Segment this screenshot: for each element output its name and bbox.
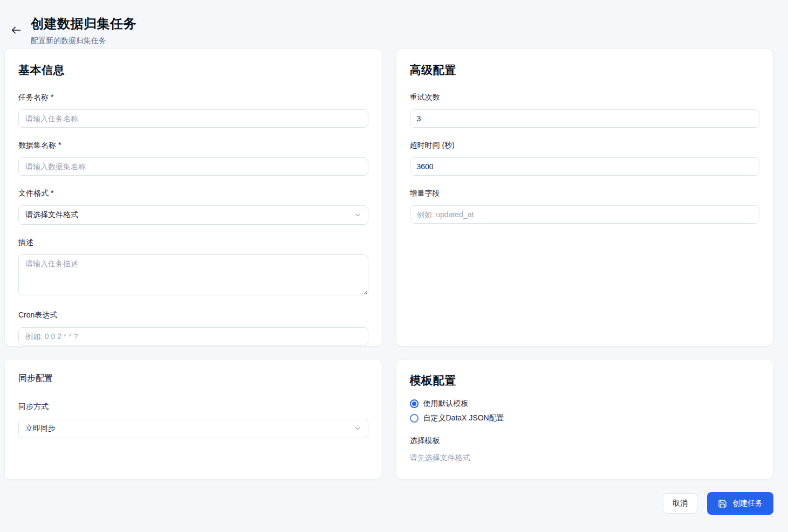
- template-select-hint: 请先选择文件格式: [410, 453, 760, 463]
- file-format-select-value: 请选择文件格式: [25, 210, 78, 220]
- sync-mode-label: 同步方式: [18, 402, 368, 412]
- sync-config-card: 同步配置 同步方式 立即同步: [4, 359, 382, 480]
- task-name-label: 任务名称 *: [18, 93, 368, 102]
- description-textarea[interactable]: [18, 254, 368, 295]
- retry-count-label: 重试次数: [410, 93, 760, 102]
- dataset-name-label: 数据集名称 *: [18, 141, 368, 150]
- template-config-card: 模板配置 使用默认模板 自定义DataX JSON配置 选择模板 请先选择文件格…: [396, 359, 774, 480]
- cron-field: Cron表达式: [18, 310, 368, 346]
- advanced-config-card: 高级配置 重试次数 超时时间 (秒) 增量字段: [396, 49, 774, 347]
- dataset-name-field: 数据集名称 *: [18, 141, 368, 176]
- back-button[interactable]: [9, 23, 24, 38]
- incremental-field: 增量字段: [410, 189, 760, 224]
- cancel-button[interactable]: 取消: [663, 493, 697, 514]
- radio-custom-datax-json-label: 自定义DataX JSON配置: [423, 413, 504, 423]
- page-title: 创建数据归集任务: [31, 15, 136, 32]
- description-label: 描述: [18, 238, 368, 247]
- page-subtitle: 配置新的数据归集任务: [31, 36, 136, 46]
- create-task-button-label: 创建任务: [732, 499, 763, 508]
- sync-mode-field: 同步方式 立即同步: [18, 402, 368, 438]
- retry-count-field: 重试次数: [410, 93, 760, 128]
- chevron-down-icon: [354, 211, 361, 219]
- retry-count-input[interactable]: [410, 109, 760, 128]
- description-field: 描述: [18, 238, 368, 298]
- task-name-input[interactable]: [18, 109, 368, 128]
- basic-info-heading: 基本信息: [18, 63, 368, 78]
- file-format-label: 文件格式 *: [18, 189, 368, 198]
- radio-selected-icon: [410, 399, 419, 408]
- file-format-select[interactable]: 请选择文件格式: [18, 205, 368, 225]
- cron-input[interactable]: [18, 327, 368, 346]
- template-mode-radio-group: 使用默认模板 自定义DataX JSON配置: [410, 399, 760, 423]
- save-icon: [718, 499, 727, 508]
- radio-use-default-template-label: 使用默认模板: [423, 399, 469, 409]
- create-task-page: 创建数据归集任务 配置新的数据归集任务 基本信息 任务名称 * 数据集名称 * …: [0, 0, 788, 532]
- cron-label: Cron表达式: [18, 310, 368, 320]
- page-header: 创建数据归集任务 配置新的数据归集任务: [4, 0, 773, 49]
- radio-custom-datax-json[interactable]: 自定义DataX JSON配置: [410, 413, 760, 423]
- template-select-label: 选择模板: [410, 436, 760, 446]
- footer-actions: 取消 创建任务: [4, 492, 773, 515]
- task-name-field: 任务名称 *: [18, 93, 368, 128]
- arrow-left-icon: [10, 24, 22, 36]
- timeout-input[interactable]: [410, 157, 760, 176]
- incremental-field-input[interactable]: [410, 205, 760, 224]
- sync-config-heading: 同步配置: [18, 373, 368, 384]
- radio-unselected-icon: [410, 414, 419, 423]
- sync-mode-select[interactable]: 立即同步: [18, 419, 368, 438]
- file-format-field: 文件格式 * 请选择文件格式: [18, 189, 368, 225]
- incremental-field-label: 增量字段: [410, 189, 760, 198]
- form-grid: 基本信息 任务名称 * 数据集名称 * 文件格式 * 请选择文件格式: [4, 49, 773, 480]
- sync-mode-select-value: 立即同步: [25, 424, 56, 433]
- template-config-heading: 模板配置: [410, 373, 760, 388]
- chevron-down-icon: [354, 425, 361, 432]
- radio-use-default-template[interactable]: 使用默认模板: [410, 399, 760, 409]
- timeout-field: 超时时间 (秒): [410, 141, 760, 176]
- dataset-name-input[interactable]: [18, 157, 368, 176]
- advanced-config-heading: 高级配置: [410, 63, 760, 78]
- create-task-button[interactable]: 创建任务: [707, 492, 773, 515]
- basic-info-card: 基本信息 任务名称 * 数据集名称 * 文件格式 * 请选择文件格式: [4, 49, 382, 347]
- header-text: 创建数据归集任务 配置新的数据归集任务: [31, 15, 136, 46]
- timeout-label: 超时时间 (秒): [410, 141, 760, 150]
